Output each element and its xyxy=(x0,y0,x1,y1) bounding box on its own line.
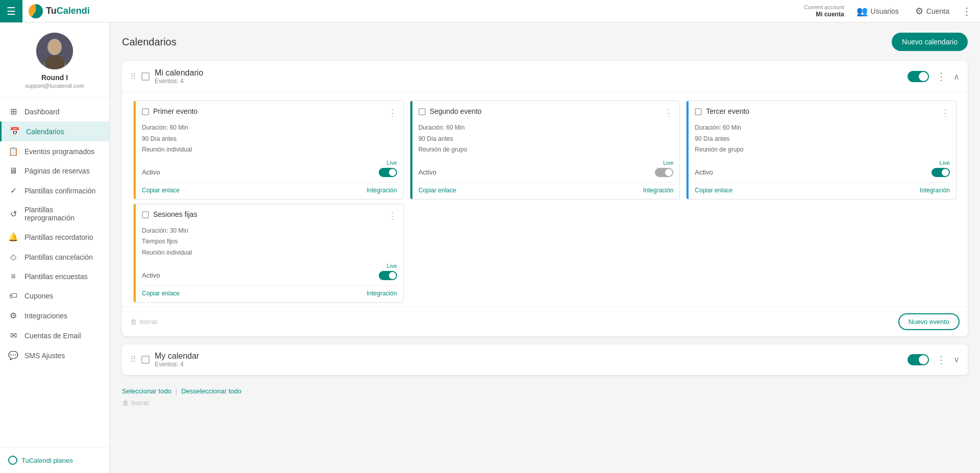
event-live-row: Live xyxy=(419,160,674,166)
sidebar-item-calendarios[interactable]: 📅 Calendarios xyxy=(0,121,109,141)
event-checkbox[interactable] xyxy=(142,108,149,115)
event-more-button[interactable]: ⋮ xyxy=(664,107,673,118)
top-nav: ☰ TuCalendi Current account Mi cuenta 👥 … xyxy=(0,0,980,22)
event-live-row: Live xyxy=(142,160,397,166)
cuenta-button[interactable]: ⚙ Cuenta xyxy=(911,4,953,19)
active-label: Activo xyxy=(142,271,160,279)
empty-cell-1 xyxy=(407,200,683,303)
integrations-icon: ⚙ xyxy=(8,311,18,320)
integration-link-button[interactable]: Integración xyxy=(920,187,950,194)
event-active-row: Activo xyxy=(695,168,950,177)
event-more-button[interactable]: ⋮ xyxy=(941,107,950,118)
event-checkbox[interactable] xyxy=(419,108,426,115)
event-links: Copiar enlace Integración xyxy=(695,182,950,194)
drag-handle-icon[interactable]: ⠿ xyxy=(130,355,136,364)
sidebar-item-integraciones[interactable]: ⚙ Integraciones xyxy=(0,306,109,326)
event-more-button[interactable]: ⋮ xyxy=(388,107,397,118)
reminder-icon: 🔔 xyxy=(8,232,18,242)
current-account-info: Current account Mi cuenta xyxy=(804,4,844,19)
page-header: Calendarios Nuevo calendario xyxy=(122,33,968,51)
sidebar-item-plantillas-confirmacion[interactable]: ✓ Plantillas confirmación xyxy=(0,181,109,201)
integration-link-button[interactable]: Integración xyxy=(366,187,397,194)
gear-icon: ⚙ xyxy=(915,6,923,17)
event-more-button[interactable]: ⋮ xyxy=(388,210,397,221)
copy-link-button[interactable]: Copiar enlace xyxy=(695,187,732,194)
sidebar-item-dashboard[interactable]: ⊞ Dashboard xyxy=(0,102,109,121)
active-label: Activo xyxy=(695,168,713,176)
calendar-toggle[interactable] xyxy=(908,354,929,365)
calendar-expand-button[interactable]: ∨ xyxy=(953,355,960,364)
event-card-tercer-evento: Tercer evento ⋮ Duración: 60 Min 90 Día … xyxy=(686,101,957,200)
event-toggle[interactable] xyxy=(932,168,950,177)
top-nav-more-button[interactable]: ⋮ xyxy=(962,5,972,17)
event-details: Duración: 60 Min 90 Día antes Reunión in… xyxy=(142,122,397,156)
delete-calendar-button[interactable]: 🗑 borrar xyxy=(130,318,158,326)
event-checkbox[interactable] xyxy=(695,108,702,115)
event-title: Segundo evento xyxy=(430,107,660,115)
sidebar-item-label: Plantillas cancelación xyxy=(24,253,93,261)
event-header: Segundo evento ⋮ xyxy=(419,107,674,118)
new-event-button[interactable]: Nuevo evento xyxy=(898,313,960,330)
integration-link-button[interactable]: Integración xyxy=(366,290,397,297)
survey-icon: ≡ xyxy=(8,272,18,281)
pages-icon: 🖥 xyxy=(8,166,18,176)
profile-name: Round I xyxy=(41,73,68,82)
event-header: Primer evento ⋮ xyxy=(142,107,397,118)
sidebar-item-label: Calendarios xyxy=(26,128,64,136)
sidebar-item-paginas-reservas[interactable]: 🖥 Páginas de reservas xyxy=(0,161,109,181)
sidebar-item-label: Plantillas confirmación xyxy=(24,187,95,195)
event-toggle[interactable] xyxy=(655,168,673,177)
event-accent xyxy=(134,204,136,302)
copy-link-button[interactable]: Copiar enlace xyxy=(142,290,180,297)
calendar-more-button[interactable]: ⋮ xyxy=(934,70,948,83)
calendar-checkbox[interactable] xyxy=(141,356,150,364)
plans-link[interactable]: TuCalendi planes xyxy=(8,456,101,465)
sidebar-item-label: Plantillas reprogramación xyxy=(24,206,101,222)
dashboard-icon: ⊞ xyxy=(8,107,18,116)
calendar-events-count: Eventos: 4 xyxy=(155,78,902,85)
calendar-collapse-button[interactable]: ∧ xyxy=(953,72,960,82)
sms-icon: 💬 xyxy=(8,351,18,360)
sidebar-item-plantillas-cancelacion[interactable]: ◇ Plantillas cancelación xyxy=(0,247,109,267)
avatar xyxy=(36,33,73,69)
sidebar-item-plantillas-reprogramacion[interactable]: ↺ Plantillas reprogramación xyxy=(0,201,109,227)
sidebar-item-plantillas-recordatorio[interactable]: 🔔 Plantillas recordatorio xyxy=(0,227,109,247)
select-all-link[interactable]: Seleccionar todo xyxy=(122,387,172,395)
sidebar-item-plantillas-encuestas[interactable]: ≡ Plantillas encuestas xyxy=(0,267,109,286)
copy-link-button[interactable]: Copiar enlace xyxy=(142,187,180,194)
event-toggle[interactable] xyxy=(379,271,397,280)
calendar-checkbox[interactable] xyxy=(141,72,150,81)
sidebar-item-label: Plantillas encuestas xyxy=(24,272,88,281)
integration-link-button[interactable]: Integración xyxy=(643,187,673,194)
select-links: Seleccionar todo | Desseleccionar todo xyxy=(122,387,968,395)
live-badge: Live xyxy=(940,160,950,166)
event-checkbox[interactable] xyxy=(142,211,149,218)
event-toggle[interactable] xyxy=(379,168,397,177)
sidebar-item-sms-ajustes[interactable]: 💬 SMS Ajustes xyxy=(0,345,109,365)
profile-email: support@tucalendi.com xyxy=(25,83,84,89)
drag-handle-icon[interactable]: ⠿ xyxy=(130,72,136,82)
nav-right: Current account Mi cuenta 👥 Usuarios ⚙ C… xyxy=(804,4,980,19)
events-icon: 📋 xyxy=(8,146,18,156)
event-card-sesiones-fijas: Sesiones fijas ⋮ Duración: 30 Min Tiempo… xyxy=(133,204,404,303)
copy-link-button[interactable]: Copiar enlace xyxy=(419,187,456,194)
new-calendar-button[interactable]: Nuevo calendario xyxy=(892,33,968,51)
coupon-icon: 🏷 xyxy=(8,291,18,301)
calendar-toggle[interactable] xyxy=(908,71,929,82)
hamburger-button[interactable]: ☰ xyxy=(0,0,22,22)
deselect-all-link[interactable]: Desseleccionar todo xyxy=(181,387,241,395)
sidebar-item-label: SMS Ajustes xyxy=(24,352,65,360)
calendar-icon: 📅 xyxy=(10,127,20,136)
sidebar-item-cupones[interactable]: 🏷 Cupones xyxy=(0,286,109,306)
sidebar-item-cuentas-email[interactable]: ✉ Cuentas de Email xyxy=(0,326,109,345)
usuarios-button[interactable]: 👥 Usuarios xyxy=(852,4,903,19)
trash-icon: 🗑 xyxy=(122,399,129,407)
separator: | xyxy=(176,387,177,395)
delete-all-button[interactable]: 🗑 borrar xyxy=(122,399,968,407)
bottom-actions: Seleccionar todo | Desseleccionar todo 🗑… xyxy=(122,383,968,409)
sidebar-item-eventos-programados[interactable]: 📋 Eventos programados xyxy=(0,141,109,161)
event-header: Sesiones fijas ⋮ xyxy=(142,210,397,221)
sidebar-item-label: Integraciones xyxy=(24,312,67,320)
calendar-more-button[interactable]: ⋮ xyxy=(934,354,948,366)
sidebar-item-label: Cupones xyxy=(24,292,53,300)
